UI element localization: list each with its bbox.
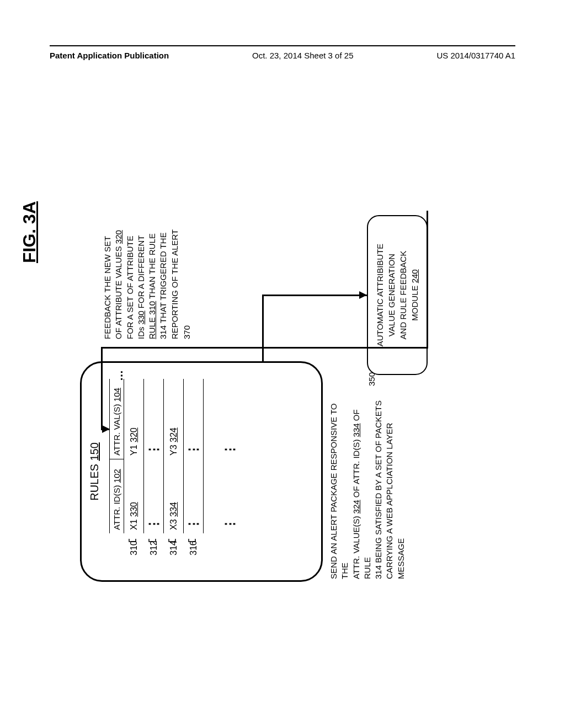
figure-label: FIG. 3A xyxy=(19,201,40,263)
arrow-segment xyxy=(262,295,264,361)
page-header: Patent Application Publication Oct. 23, … xyxy=(50,45,515,60)
arrow-segment xyxy=(196,347,428,349)
cell-y1: Y1 320 xyxy=(127,384,141,459)
table-row: 310 X1 330 Y1 320 xyxy=(124,379,144,533)
col-attr-val-header: ATTR. VAL(S) 104 xyxy=(110,384,124,459)
rules-table: ATTR. ID(S) 102 ATTR. VAL(S) 104 … 310 X… xyxy=(109,379,240,533)
header-left: Patent Application Publication xyxy=(50,51,169,60)
header-right: US 2014/0317740 A1 xyxy=(436,51,515,60)
arrow-segment xyxy=(427,211,428,349)
cell-x1: X1 330 xyxy=(127,459,141,533)
table-header: ATTR. ID(S) 102 ATTR. VAL(S) 104 xyxy=(109,379,124,533)
header-center: Oct. 23, 2014 Sheet 3 of 25 xyxy=(252,51,353,60)
table-row: ⋮ ⋮ xyxy=(220,379,240,533)
row-brackets-icon xyxy=(127,535,215,557)
send-alert-caption: SEND AN ALERT PACKAGE RESPONSIVE TO THE … xyxy=(328,392,407,579)
col-attr-id-header: ATTR. ID(S) 102 xyxy=(110,459,124,533)
arrow-segment xyxy=(101,347,198,349)
table-row: 312 ⋮ ⋮ xyxy=(144,379,164,533)
cell-dots: ⋮ xyxy=(145,459,163,533)
cell-x3: X3 334 xyxy=(167,459,181,533)
feedback-ref: 370 xyxy=(182,325,191,339)
cell-dots: ⋮ xyxy=(184,459,203,533)
arrow-segment xyxy=(262,295,367,297)
cell-dots: ⋮ xyxy=(221,459,239,533)
cell-dots: ⋮ xyxy=(145,384,163,459)
cell-dots: ⋮ xyxy=(221,384,239,459)
table-row: 316 ⋮ ⋮ xyxy=(184,379,204,533)
rules-title: RULES 150 xyxy=(88,442,101,501)
cell-y3: Y3 324 xyxy=(167,384,181,459)
cell-dots: ⋮ xyxy=(184,384,203,459)
table-row: 314 X3 334 Y3 324 xyxy=(164,379,184,533)
module-box: AUTOMATIC ATTRIBIBUTE VALUE GENERATION A… xyxy=(367,215,428,375)
feedback-caption: FEEDBACK THE NEW SET OF ATTRIBUTE VALUES… xyxy=(102,185,180,339)
arrow-segment xyxy=(101,347,103,430)
figure-rotated: FIG. 3A RULES 150 ATTR. ID(S) 102 ATTR. … xyxy=(14,179,565,598)
ellipsis: … xyxy=(113,370,125,381)
